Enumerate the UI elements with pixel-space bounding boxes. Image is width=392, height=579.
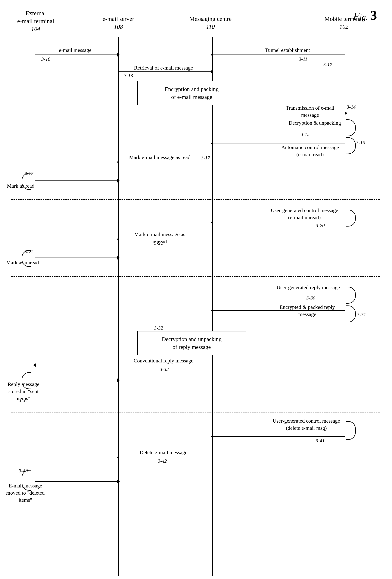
vline-server xyxy=(118,37,119,576)
arrow-external-read xyxy=(35,180,118,181)
arrow-external-unread xyxy=(35,258,118,258)
arrow-tunnel xyxy=(213,55,345,55)
step-3-20: 3-20 xyxy=(316,223,325,228)
step-3-12: 3-13 xyxy=(124,73,133,78)
label-transmission: Transmission of e-mail message xyxy=(280,104,340,119)
step-3-18: 3-18 xyxy=(24,171,33,177)
step-3-34: 3-34 xyxy=(19,398,28,403)
step-3-16: 3-16 xyxy=(356,140,365,146)
arrow-email-message xyxy=(35,55,118,55)
step-3-15: 3-15 xyxy=(301,132,310,137)
label-encrypted-reply: Encrypted & packed reply message xyxy=(272,304,342,318)
step-3-14: 3-14 xyxy=(347,104,356,110)
col-messaging: Messaging centre 110 xyxy=(180,15,241,31)
arrow-auto-control xyxy=(213,143,345,144)
label-email-message: e-mail message xyxy=(47,47,103,54)
dashed-separator-1 xyxy=(11,199,380,200)
col-mobile: Mobile terminal 102 xyxy=(320,15,368,31)
step-3-30: 3-30 xyxy=(306,295,315,301)
arrow-delete-email xyxy=(119,457,211,457)
label-mark-as-unread: Mark as unread xyxy=(6,259,39,266)
step-3-33: 3-33 xyxy=(160,366,169,372)
label-mark-as-read: Mark as read xyxy=(6,182,36,190)
label-conventional-reply: Conventional reply message xyxy=(118,357,209,364)
dashed-separator-2 xyxy=(11,276,380,277)
step-3-31: 3-31 xyxy=(357,312,366,318)
arrow-mark-read xyxy=(119,162,211,162)
step-3-43: 3-43 xyxy=(19,468,28,474)
label-mark-read: Mark e-mail message as read xyxy=(128,154,192,161)
label-auto-control: Automatic control message (e-mail read) xyxy=(278,144,342,158)
step-3-11: 3-11 xyxy=(299,56,307,62)
arrow-retrieval xyxy=(119,72,211,72)
arrow-conventional-reply xyxy=(35,365,212,365)
step-3-17: 3-17 xyxy=(201,155,210,161)
label-user-delete: User-generated control message (delete e… xyxy=(269,417,344,432)
step-3-42: 3-42 xyxy=(158,458,167,464)
fig-number: 3 xyxy=(370,8,377,23)
label-email-moved: E-mail message moved to "deleted items" xyxy=(6,482,45,504)
box-encryption: Encryption and packing of e-mail message xyxy=(137,81,246,105)
diagram: Fig. 3 External e-mail terminal 104 e-ma… xyxy=(0,0,392,579)
label-decryption: Decryption & unpacking xyxy=(287,119,342,127)
step-3-41: 3-41 xyxy=(316,438,325,444)
label-delete-email: Delete e-mail message xyxy=(128,449,199,456)
step-3-22: 3-22 xyxy=(24,249,33,255)
col-external: External e-mail terminal 104 xyxy=(11,9,60,33)
curved-enc-reply xyxy=(346,305,356,322)
step-3-10: 3-10 xyxy=(41,56,50,62)
box-decryption-reply: Decryption and unpacking of reply messag… xyxy=(137,331,246,355)
curved-decryption xyxy=(346,119,356,136)
curved-auto-control xyxy=(346,137,356,154)
step-3-13: 3-12 xyxy=(323,62,332,68)
vline-messaging xyxy=(212,37,213,576)
label-retrieval: Retrieval of e-mail message xyxy=(128,64,199,72)
arrow-deleted-items xyxy=(35,481,118,482)
step-3-32: 3-32 xyxy=(154,325,163,331)
step-3-21: 3-21 xyxy=(154,240,163,246)
arrow-reply-stored xyxy=(35,380,118,380)
col-server: e-mail server 108 xyxy=(94,15,143,31)
label-user-unread: User-generated control message (e-mail u… xyxy=(269,207,340,221)
label-user-reply: User-generated reply message xyxy=(274,284,342,291)
curved-user-delete xyxy=(346,421,356,440)
curved-user-unread xyxy=(346,210,356,226)
curved-reply-msg xyxy=(346,287,356,304)
arrow-user-delete xyxy=(213,436,345,437)
label-tunnel: Tunnel establishment xyxy=(254,47,321,54)
dashed-separator-3 xyxy=(11,412,380,412)
arrow-user-unread xyxy=(213,222,345,222)
